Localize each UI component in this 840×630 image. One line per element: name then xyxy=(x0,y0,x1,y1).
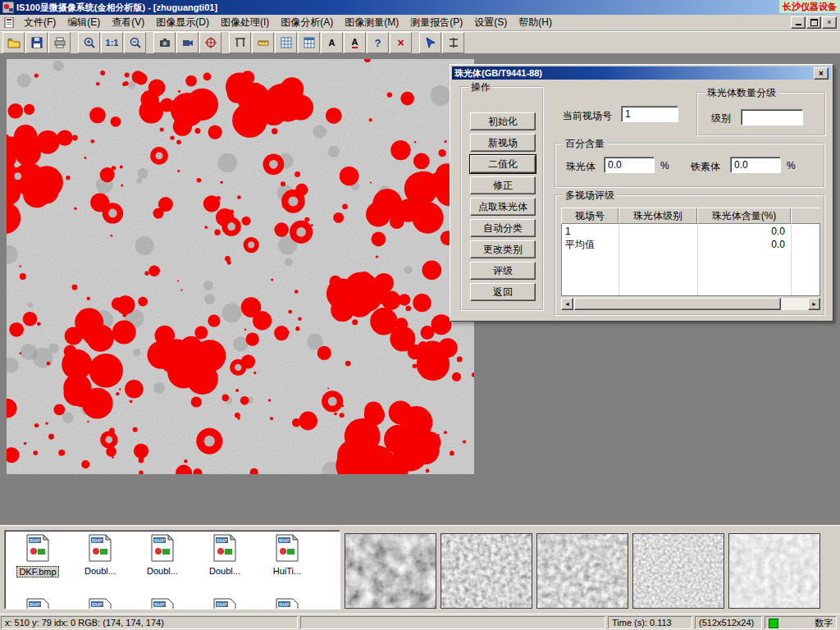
close-icon: × xyxy=(827,19,831,26)
thumbnail-4[interactable] xyxy=(632,533,724,609)
menu-file[interactable]: 文件(F) xyxy=(18,14,62,31)
menu-image-analysis[interactable]: 图像分析(A) xyxy=(275,14,339,31)
return-button[interactable]: 返回 xyxy=(470,283,536,301)
grid-button[interactable] xyxy=(275,32,297,53)
correct-button[interactable]: 修正 xyxy=(470,176,536,194)
cell-pearlite-pct: 0.0 xyxy=(698,238,792,251)
vertical-caliper-icon xyxy=(447,36,460,49)
mdi-window-controls: × xyxy=(791,16,838,29)
file-item-partial[interactable]: BMP xyxy=(71,598,130,609)
table-horizontal-scrollbar[interactable]: ◄ ► xyxy=(561,298,820,310)
menubar: 文件(F) 编辑(E) 查看(V) 图像显示(D) 图像处理(I) 图像分析(A… xyxy=(0,15,840,31)
ferrite-percent-input[interactable]: 0.0 xyxy=(730,157,781,173)
font-button[interactable]: A xyxy=(321,32,343,53)
menu-image-display[interactable]: 图像显示(D) xyxy=(150,14,215,31)
grade-input[interactable] xyxy=(741,109,803,126)
svg-text:BMP: BMP xyxy=(154,538,165,543)
ruler-button[interactable] xyxy=(252,32,274,53)
header-field-no[interactable]: 视场号 xyxy=(561,208,619,224)
file-name: Doubl... xyxy=(83,566,117,576)
current-field-label: 当前视场号 xyxy=(563,109,612,123)
grade-button[interactable]: 评级 xyxy=(470,262,536,280)
menu-image-measure[interactable]: 图像测量(M) xyxy=(339,14,404,31)
svg-text:BMP: BMP xyxy=(154,602,165,607)
save-button[interactable] xyxy=(25,32,48,53)
video-button[interactable] xyxy=(176,32,199,53)
pick-pearlite-button[interactable]: 点取珠光体 xyxy=(470,198,536,216)
micrograph-image[interactable] xyxy=(7,59,474,474)
file-name: Doubl... xyxy=(208,566,242,576)
thumbnail-1[interactable] xyxy=(345,533,436,609)
caliper-button[interactable] xyxy=(229,32,251,53)
percent-group-label: 百分含量 xyxy=(563,137,607,151)
menu-settings[interactable]: 设置(S) xyxy=(468,14,513,31)
mdi-minimize-button[interactable] xyxy=(791,16,806,29)
bmp-file-icon: BMP xyxy=(276,598,299,609)
auto-classify-button[interactable]: 自动分类 xyxy=(470,219,536,237)
binarize-button[interactable]: 二值化 xyxy=(470,155,536,173)
menu-help[interactable]: 帮助(H) xyxy=(513,14,558,31)
scrollbar-thumb[interactable] xyxy=(574,298,781,310)
delete-button[interactable]: × xyxy=(390,32,412,53)
file-item[interactable]: BMP HuiTi... xyxy=(258,534,317,577)
font-a-underline-icon: A xyxy=(352,37,358,48)
svg-text:BMP: BMP xyxy=(30,538,40,543)
new-field-button[interactable]: 新视场 xyxy=(470,134,536,152)
cell-field-no: 1 xyxy=(562,225,619,238)
multi-field-group-label: 多视场评级 xyxy=(563,189,617,203)
file-item-partial[interactable]: BMP xyxy=(195,598,254,609)
scroll-right-button[interactable]: ► xyxy=(808,298,820,310)
header-pearlite-pct[interactable]: 珠光体含量(%) xyxy=(697,208,791,224)
measure-gate-button[interactable] xyxy=(442,32,464,53)
menu-measure-report[interactable]: 测量报告(P) xyxy=(404,14,468,31)
file-item-partial[interactable]: BMP xyxy=(258,598,317,609)
file-item[interactable]: BMP DKF.bmp xyxy=(8,534,67,578)
thumbnail-5[interactable] xyxy=(728,533,820,609)
current-field-input[interactable]: 1 xyxy=(621,106,678,122)
table-row[interactable]: 1 0.0 xyxy=(562,225,820,238)
table-button[interactable] xyxy=(298,32,320,53)
dialog-title: 珠光体(GB/T9441-88) xyxy=(454,67,542,80)
capture-button[interactable] xyxy=(199,32,221,53)
svg-text:BMP: BMP xyxy=(217,538,227,543)
table-row[interactable]: 平均值 0.0 xyxy=(562,238,820,251)
toolbar-separator xyxy=(71,34,77,52)
menu-view[interactable]: 查看(V) xyxy=(106,14,150,31)
ferrite-label: 铁素体 xyxy=(691,160,720,174)
pearlite-percent-sign: % xyxy=(660,160,669,171)
thumbnail-3[interactable] xyxy=(536,533,628,609)
pointer-button[interactable] xyxy=(419,32,441,53)
file-item[interactable]: BMP Doubl... xyxy=(195,534,254,577)
menu-edit[interactable]: 编辑(E) xyxy=(62,14,106,31)
ferrite-percent-sign: % xyxy=(787,160,796,171)
actual-size-button[interactable]: 1:1 xyxy=(101,32,123,53)
app-icon xyxy=(2,2,14,13)
header-ferrite[interactable]: 铁素 xyxy=(791,208,820,224)
menu-image-process[interactable]: 图像处理(I) xyxy=(215,14,275,31)
header-pearlite-grade[interactable]: 珠光体级别 xyxy=(619,208,697,224)
file-item-partial[interactable]: BMP xyxy=(8,598,67,609)
camera-button[interactable] xyxy=(153,32,176,53)
grade-group: 珠光体数量分级 级别 xyxy=(696,92,826,136)
open-button[interactable] xyxy=(2,32,25,53)
pearlite-percent-input[interactable]: 0.0 xyxy=(604,157,655,173)
thumbnail-2[interactable] xyxy=(441,533,532,609)
scroll-left-button[interactable]: ◄ xyxy=(561,298,573,310)
dialog-close-button[interactable]: × xyxy=(814,67,829,80)
file-item-partial[interactable]: BMP xyxy=(133,598,192,609)
change-class-button[interactable]: 更改类别 xyxy=(470,240,536,258)
mdi-restore-button[interactable] xyxy=(806,16,821,29)
font-a-icon: A xyxy=(329,38,336,48)
initialize-button[interactable]: 初始化 xyxy=(470,112,536,130)
file-item[interactable]: BMP Doubl... xyxy=(71,534,130,577)
file-item[interactable]: BMP Doubl... xyxy=(133,534,192,577)
font-style-button[interactable]: A xyxy=(344,32,366,53)
mdi-close-button[interactable]: × xyxy=(822,16,837,29)
help-button[interactable]: ? xyxy=(367,32,389,53)
ruler-icon xyxy=(257,36,270,49)
image-size-panel: (512x512x24) xyxy=(695,616,762,629)
zoom-in-button[interactable] xyxy=(78,32,100,53)
toolbar-separator xyxy=(222,34,228,52)
print-button[interactable] xyxy=(48,32,71,53)
zoom-out-button[interactable] xyxy=(124,32,146,53)
